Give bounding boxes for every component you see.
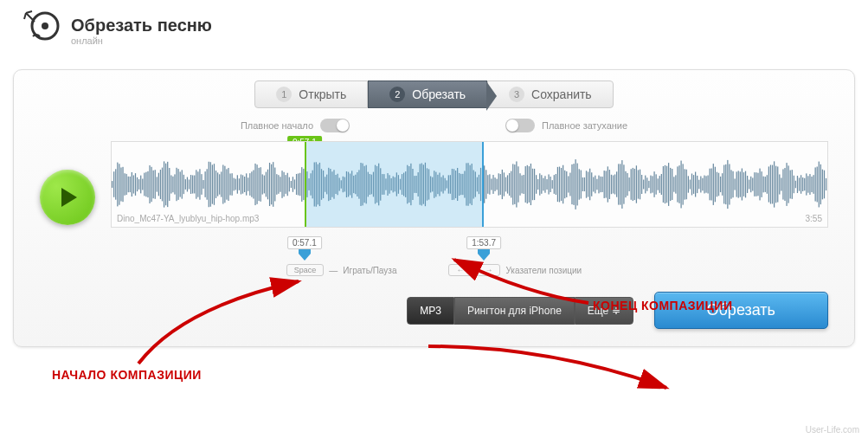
step-save[interactable]: 3 Сохранить [487,81,614,108]
svg-rect-211 [485,170,486,198]
svg-rect-367 [765,177,766,192]
svg-rect-283 [614,174,615,194]
svg-rect-252 [559,167,560,203]
svg-rect-400 [824,171,825,199]
svg-rect-387 [800,175,801,194]
svg-rect-107 [299,173,300,196]
svg-rect-14 [133,175,134,193]
selection-region[interactable] [305,142,484,227]
svg-rect-376 [781,177,781,190]
svg-rect-375 [779,174,780,194]
svg-rect-272 [595,176,595,194]
svg-rect-382 [792,170,793,199]
format-iphone-button[interactable]: Рингтон для iPhone [454,297,575,325]
svg-rect-75 [242,175,243,193]
svg-rect-343 [722,173,723,196]
play-button[interactable] [40,170,95,225]
svg-rect-27 [157,177,158,191]
svg-rect-41 [182,170,183,198]
svg-rect-304 [652,176,653,192]
svg-rect-282 [613,175,614,193]
svg-rect-90 [269,163,270,206]
svg-rect-279 [608,166,608,202]
svg-rect-373 [775,166,776,203]
svg-rect-384 [795,181,796,189]
fade-in-toggle[interactable]: Плавное начало [241,119,350,132]
svg-rect-371 [772,165,773,204]
svg-rect-24 [151,167,151,202]
svg-rect-342 [720,177,721,192]
svg-rect-63 [221,171,222,196]
svg-rect-318 [677,166,678,202]
svg-rect-15 [135,173,136,196]
svg-rect-73 [239,178,240,190]
svg-rect-315 [672,169,672,200]
svg-rect-392 [809,174,810,195]
svg-rect-68 [229,173,230,195]
svg-rect-77 [246,173,247,195]
svg-rect-370 [770,164,771,203]
svg-rect-386 [799,177,800,190]
svg-rect-289 [625,171,626,197]
svg-rect-332 [702,178,703,191]
svg-rect-46 [190,175,191,194]
svg-rect-219 [500,174,501,195]
svg-rect-71 [235,179,236,190]
svg-rect-49 [196,170,196,198]
svg-rect-16 [137,177,138,191]
svg-rect-249 [554,175,555,194]
svg-rect-29 [160,170,161,199]
svg-rect-313 [668,163,669,206]
svg-rect-231 [521,176,522,194]
svg-rect-80 [251,171,252,196]
svg-rect-59 [214,164,215,205]
svg-rect-330 [698,180,699,190]
svg-rect-346 [727,160,728,209]
svg-rect-40 [180,171,181,196]
svg-rect-333 [704,176,704,194]
svg-rect-329 [697,176,698,193]
svg-rect-338 [713,164,714,205]
fade-out-toggle[interactable]: Плавное затухание [505,119,627,132]
svg-rect-247 [550,177,551,192]
svg-rect-317 [675,175,676,193]
svg-rect-321 [683,164,684,204]
svg-rect-96 [280,177,280,192]
waveform[interactable]: Dino_Mc47-YA_lyublyu_hip-hop.mp3 3:55 [111,141,828,228]
svg-rect-368 [767,175,768,194]
switch-icon[interactable] [505,119,535,132]
svg-rect-351 [736,171,737,196]
format-mp3-button[interactable]: MP3 [407,297,454,325]
svg-rect-232 [524,175,524,194]
svg-rect-210 [484,165,485,203]
svg-rect-87 [264,176,265,194]
svg-rect-94 [276,174,277,195]
svg-rect-363 [757,173,758,196]
svg-rect-262 [577,164,578,206]
svg-rect-223 [507,175,508,193]
switch-icon[interactable] [320,119,350,132]
svg-rect-301 [646,177,647,190]
svg-rect-286 [620,164,620,204]
svg-rect-339 [715,167,716,203]
svg-rect-395 [815,167,816,201]
svg-rect-381 [790,171,791,199]
svg-rect-336 [710,169,710,201]
svg-rect-215 [492,175,493,194]
svg-rect-340 [717,172,717,197]
svg-rect-274 [598,176,599,194]
svg-rect-51 [199,169,200,199]
svg-rect-360 [752,177,753,190]
step-open[interactable]: 1 Открыть [254,81,368,108]
svg-rect-214 [491,178,492,190]
step-cut[interactable]: 2 Обрезать [368,81,487,108]
svg-rect-21 [145,172,146,196]
svg-rect-91 [271,164,272,205]
svg-rect-33 [167,162,168,207]
svg-rect-261 [575,159,575,209]
svg-rect-100 [287,173,288,196]
svg-rect-101 [289,177,290,192]
svg-rect-86 [262,174,263,194]
svg-rect-331 [700,177,701,193]
svg-rect-284 [616,171,617,196]
